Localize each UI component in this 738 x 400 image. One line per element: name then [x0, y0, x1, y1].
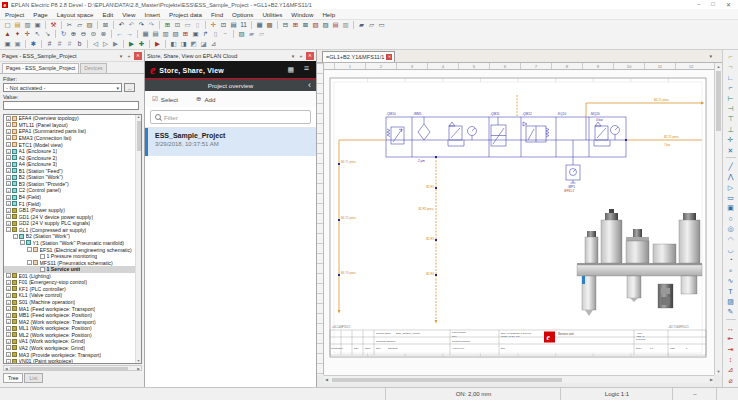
dimension-baseline-icon[interactable]: ⇥ — [725, 345, 737, 355]
insert-macro-icon[interactable]: ⊡ — [173, 21, 182, 29]
bar-b-icon[interactable]: ▱ — [257, 30, 266, 38]
scroll-left-icon[interactable]: ◀ — [325, 377, 328, 382]
menu-item[interactable]: Project data — [169, 11, 202, 18]
quadrant-c-icon[interactable]: ◩ — [189, 40, 198, 48]
hyperlink-icon[interactable]: ✎ — [725, 307, 737, 317]
rectangle-icon[interactable]: ▭ — [725, 193, 737, 203]
tab-list[interactable]: List — [24, 373, 42, 383]
collapse-chevron-icon[interactable]: ‹ — [308, 79, 311, 91]
maximize-button[interactable]: □ — [711, 1, 715, 8]
prev-page-icon[interactable]: ◁ — [91, 40, 100, 48]
expander-icon[interactable]: + — [6, 280, 11, 285]
scale-tool-icon[interactable]: ✦ — [13, 30, 22, 38]
undo-icon[interactable]: ↶ — [117, 21, 126, 29]
t-node-left-icon[interactable]: ⊣ — [725, 104, 737, 114]
numbering-icon[interactable]: 11 — [239, 21, 248, 29]
open-project-icon[interactable]: ▤ — [13, 21, 22, 29]
dimension-radius-icon[interactable]: ⌀ — [725, 376, 737, 386]
device-list-icon[interactable]: ▤ — [229, 21, 238, 29]
expander-icon[interactable]: + — [6, 359, 11, 364]
expander-icon[interactable]: - — [6, 227, 11, 232]
page-macro-icon[interactable]: # — [45, 40, 54, 48]
filter-browse-button[interactable]: ... — [124, 83, 135, 92]
hamburger-menu-icon[interactable]: ≡ — [304, 63, 309, 73]
snap-grid-icon[interactable]: ⊞ — [181, 30, 190, 38]
undo-list-icon[interactable]: ↶ — [127, 21, 136, 29]
menu-item[interactable]: Find — [211, 11, 223, 18]
redo-icon[interactable]: ↷ — [137, 21, 146, 29]
layer-a-icon[interactable]: ▰ — [357, 21, 366, 29]
panel-close-icon[interactable]: ✕ — [306, 52, 314, 60]
quadrant-a-icon[interactable]: ◧ — [169, 40, 178, 48]
zoom-in-icon[interactable]: ⊕ — [69, 30, 78, 38]
expander-icon[interactable]: + — [6, 208, 11, 213]
panel-pin-icon[interactable]: + — [125, 52, 133, 60]
quadrant-b-icon[interactable]: ◨ — [179, 40, 188, 48]
scrollbar-thumb[interactable] — [10, 367, 128, 371]
ellipse-icon[interactable]: ∘ — [725, 266, 737, 276]
image-icon[interactable]: ▨ — [725, 297, 737, 307]
dimension-linear-icon[interactable]: ↔ — [725, 324, 737, 334]
menu-item[interactable]: Project — [5, 11, 24, 18]
expander-icon[interactable]: + — [6, 286, 11, 291]
expander-icon[interactable]: + — [6, 162, 11, 167]
drawing-canvas[interactable]: -QM10 -WM1 -QM11 -QM12 -KQ10 -MQ20 2 µm … — [324, 70, 714, 375]
redo-list-icon[interactable]: ↷ — [147, 21, 156, 29]
project-list-item[interactable]: ESS_Sample_Project 3/29/2018, 10:37:51 A… — [145, 128, 316, 156]
polyline-icon[interactable]: ⋀ — [725, 172, 737, 182]
menu-item[interactable]: Edit — [103, 11, 114, 18]
expander-icon[interactable]: + — [6, 306, 11, 311]
expander-icon[interactable]: - — [27, 260, 32, 265]
move-tool-icon[interactable]: ✛ — [23, 30, 32, 38]
expander-icon[interactable]: - — [13, 234, 18, 239]
symbol-navigator-icon[interactable]: ▥ — [341, 21, 350, 29]
project-management-icon[interactable]: ▥ — [23, 21, 32, 29]
goto-page-icon[interactable]: ▶ — [111, 40, 120, 48]
tab-devices[interactable]: Devices — [80, 63, 106, 73]
menu-item[interactable]: Insert — [145, 11, 160, 18]
bar-a-icon[interactable]: ▰ — [247, 30, 256, 38]
parts-list-icon[interactable]: ▦ — [255, 21, 264, 29]
select-button[interactable]: Select — [161, 96, 178, 103]
expander-icon[interactable]: - — [20, 240, 25, 245]
menu-item[interactable]: Window — [291, 11, 313, 18]
scroll-right-icon[interactable]: ▶ — [137, 367, 140, 371]
jump-to-icon[interactable]: ↱ — [201, 30, 210, 38]
expander-icon[interactable]: + — [6, 142, 11, 147]
quadrant-d-icon[interactable]: ◪ — [199, 40, 208, 48]
tab-overflow-icon[interactable]: ▾ — [709, 53, 712, 59]
cable-navigator-icon[interactable]: ⊞ — [291, 21, 300, 29]
editor-tab[interactable]: =GL1+B2.Y1&MFS11/1 ✕ — [322, 51, 395, 62]
expander-icon[interactable]: + — [6, 195, 11, 200]
scroll-right-icon[interactable]: ▶ — [710, 377, 713, 382]
refresh-icon[interactable]: ↻ — [59, 30, 68, 38]
expander-icon[interactable]: + — [6, 300, 11, 305]
device-navigator-icon[interactable]: ⊟ — [281, 21, 290, 29]
layers-icon[interactable]: ▨ — [237, 30, 246, 38]
menu-item[interactable]: Layout space — [57, 11, 94, 18]
update-icon[interactable]: ✛ — [209, 21, 218, 29]
filter-select[interactable]: - Not activated - ▼ — [3, 83, 122, 92]
apps-grid-icon[interactable]: ▦ — [287, 66, 294, 74]
t-node-down-icon[interactable]: ⊥ — [725, 125, 737, 135]
expander-icon[interactable]: + — [6, 273, 11, 278]
frame-icon[interactable]: ▯ — [211, 30, 220, 38]
sector-icon[interactable]: ◔ — [725, 255, 737, 265]
t-node-right-icon[interactable]: ⊢ — [725, 94, 737, 104]
minimize-button[interactable]: – — [697, 1, 700, 8]
menu-item[interactable]: Utilities — [262, 11, 282, 18]
angle-up-left-icon[interactable]: ⌐ — [725, 83, 737, 93]
grid-display-icon[interactable]: ▣ — [191, 30, 200, 38]
layer-c-icon[interactable]: ▭ — [377, 21, 386, 29]
back-icon[interactable]: ← — [115, 30, 124, 38]
expander-icon[interactable]: + — [6, 181, 11, 186]
scroll-down-icon[interactable]: ▼ — [715, 369, 722, 374]
angle-down-right-icon[interactable]: ⌐ — [725, 52, 737, 62]
new-page-icon[interactable]: ▢ — [3, 21, 12, 29]
scrollbar-thumb[interactable] — [332, 378, 562, 382]
insert-symbol-icon[interactable]: ⊞ — [163, 21, 172, 29]
rectangle-center-icon[interactable]: ▣ — [725, 203, 737, 213]
expander-icon[interactable]: + — [6, 168, 11, 173]
expander-icon[interactable]: + — [6, 201, 11, 206]
panel-pin-icon[interactable]: + — [297, 52, 305, 60]
